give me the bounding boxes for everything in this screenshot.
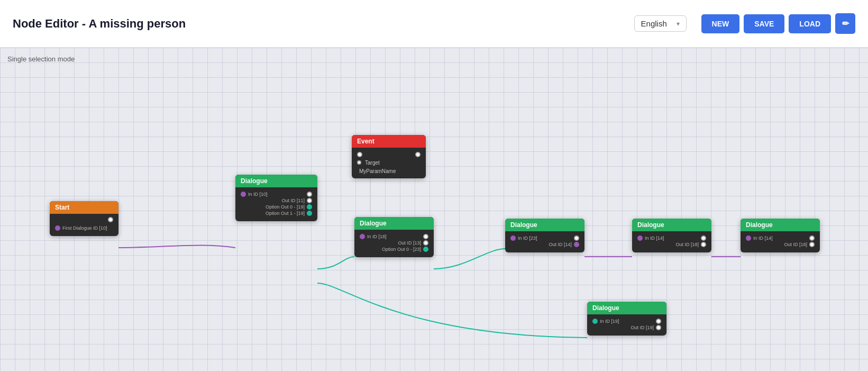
- d2-out-row: Out ID [13]: [360, 240, 428, 246]
- d1-top-out-dot: [307, 192, 312, 197]
- save-button[interactable]: SAVE: [744, 14, 784, 33]
- dialogue-1-node[interactable]: Dialogue In ID [10] Out ID [11] Option O…: [235, 175, 317, 221]
- d1-out-dot: [307, 198, 312, 203]
- d5-top-out-dot: [656, 319, 661, 324]
- d1-port-in-row: In ID [10]: [241, 192, 312, 197]
- d1-in-dot: [241, 192, 246, 197]
- event-param-label: MyParamName: [357, 168, 421, 174]
- d4-out-dot: [701, 242, 706, 247]
- load-button[interactable]: LOAD: [789, 14, 831, 33]
- d4-in-dot: [637, 236, 643, 241]
- event-node-header: Event: [352, 135, 426, 148]
- dialogue-4-body: In ID [14] Out ID [18]: [632, 231, 711, 252]
- event-out-port: [415, 152, 421, 157]
- new-button[interactable]: NEW: [701, 14, 740, 33]
- d6-in-dot: [746, 236, 751, 241]
- event-target-label: Target: [357, 159, 421, 166]
- port-row: [55, 217, 113, 222]
- header: Node Editor - A missing person English F…: [0, 0, 868, 48]
- dialogue-3-header: Dialogue: [505, 219, 584, 231]
- d3-in-row: In ID [23]: [510, 236, 579, 241]
- d2-opt0-row: Option Out 0 - [23]: [360, 247, 428, 252]
- mode-label: Single selection mode: [7, 55, 75, 63]
- dialogue-5-node[interactable]: Dialogue In ID [19] Out ID [19]: [587, 302, 666, 336]
- language-dropdown[interactable]: English French Spanish: [641, 19, 674, 28]
- dialogue-6-header: Dialogue: [741, 219, 820, 231]
- d5-in-row: In ID [19]: [592, 319, 661, 324]
- d6-in-row: In ID [14]: [746, 236, 815, 241]
- dialogue-5-body: In ID [19] Out ID [19]: [587, 314, 666, 336]
- d3-in-dot: [510, 236, 516, 241]
- start-node[interactable]: Start First Dialogue ID [10]: [50, 201, 118, 236]
- d5-out-dot: [656, 325, 661, 330]
- event-port-row: [357, 152, 421, 157]
- in-port-dot: [108, 217, 113, 222]
- event-node[interactable]: Event Target MyParamName: [352, 135, 426, 178]
- d6-out-dot: [809, 242, 815, 247]
- d6-out-row: Out ID [18]: [746, 242, 815, 247]
- d2-out-dot: [423, 240, 428, 246]
- edit-button[interactable]: ✏: [835, 13, 855, 34]
- language-selector[interactable]: English French Spanish ▾: [634, 15, 687, 32]
- d6-top-out-dot: [809, 236, 815, 241]
- dialogue-1-body: In ID [10] Out ID [11] Option Out 0 - [1…: [235, 187, 317, 221]
- out-port-dot: [55, 225, 60, 231]
- event-node-body: Target MyParamName: [352, 148, 426, 178]
- event-in-port: [357, 152, 362, 157]
- d1-opt0-dot: [307, 204, 312, 210]
- d3-out-row: Out ID [14]: [510, 242, 579, 247]
- d5-out-row: Out ID [19]: [592, 325, 661, 330]
- chevron-down-icon: ▾: [677, 20, 680, 28]
- dialogue-5-header: Dialogue: [587, 302, 666, 314]
- d4-out-row: Out ID [18]: [637, 242, 706, 247]
- dialogue-4-header: Dialogue: [632, 219, 711, 231]
- d2-top-out-dot: [423, 234, 428, 239]
- dialogue-3-node[interactable]: Dialogue In ID [23] Out ID [14]: [505, 219, 584, 252]
- d5-in-dot: [592, 319, 598, 324]
- dialogue-1-header: Dialogue: [235, 175, 317, 187]
- d3-out-dot: [574, 242, 579, 247]
- d2-opt0-dot: [423, 247, 428, 252]
- d1-opt1-dot: [307, 211, 312, 216]
- port-row-out: First Dialogue ID [10]: [55, 225, 113, 231]
- dialogue-6-body: In ID [14] Out ID [18]: [741, 231, 820, 252]
- page-title: Node Editor - A missing person: [13, 17, 634, 31]
- d1-opt1-row: Option Out 1 - [19]: [241, 211, 312, 216]
- dialogue-2-body: In ID [18] Out ID [13] Option Out 0 - [2…: [354, 230, 434, 257]
- connections-layer: [0, 48, 868, 371]
- dialogue-2-header: Dialogue: [354, 217, 434, 230]
- dialogue-4-node[interactable]: Dialogue In ID [14] Out ID [18]: [632, 219, 711, 252]
- dialogue-2-node[interactable]: Dialogue In ID [18] Out ID [13] Option O…: [354, 217, 434, 257]
- dialogue-3-body: In ID [23] Out ID [14]: [505, 231, 584, 252]
- d1-opt0-row: Option Out 0 - [19]: [241, 204, 312, 210]
- node-canvas: Single selection mode Start First Dialog…: [0, 48, 868, 371]
- start-node-body: First Dialogue ID [10]: [50, 214, 118, 236]
- d4-in-row: In ID [14]: [637, 236, 706, 241]
- d1-out-row: Out ID [11]: [241, 198, 312, 203]
- d4-top-out-dot: [701, 236, 706, 241]
- d2-in-row: In ID [18]: [360, 234, 428, 239]
- d3-top-out-dot: [574, 236, 579, 241]
- dialogue-6-node[interactable]: Dialogue In ID [14] Out ID [18]: [741, 219, 820, 252]
- event-target-dot: [357, 160, 361, 165]
- d2-in-dot: [360, 234, 365, 239]
- start-node-header: Start: [50, 201, 118, 214]
